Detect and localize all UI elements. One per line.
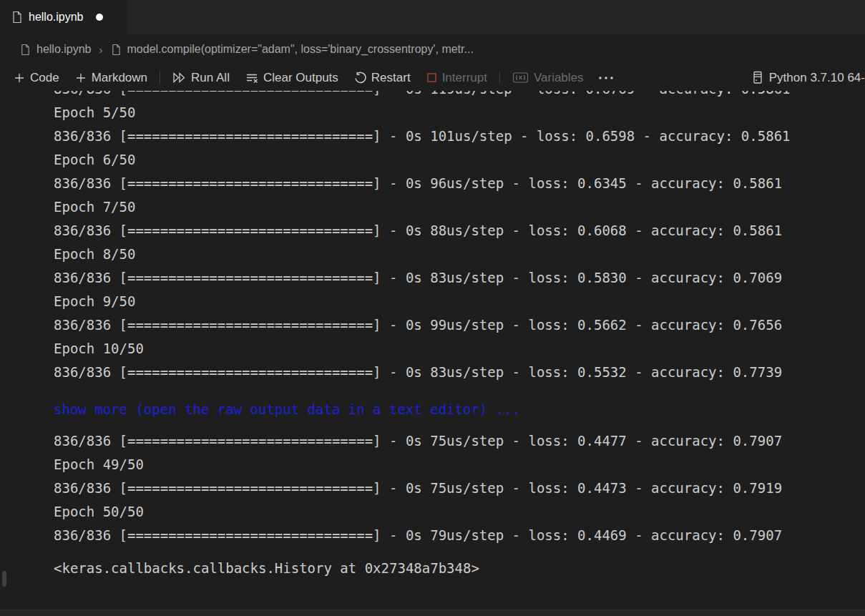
output-line: Epoch 50/50: [54, 500, 865, 524]
restart-label: Restart: [371, 71, 411, 85]
breadcrumb: hello.ipynb › model.compile(optimizer="a…: [0, 34, 865, 64]
more-actions-button[interactable]: [592, 68, 620, 88]
tab-title: hello.ipynb: [29, 11, 84, 24]
run-all-icon: [172, 72, 186, 84]
output-line: Epoch 9/50: [54, 290, 865, 313]
plus-icon: [75, 72, 87, 84]
variables-button: Variables: [504, 68, 592, 88]
clear-outputs-button[interactable]: Clear Outputs: [238, 68, 346, 88]
run-all-button[interactable]: Run All: [165, 68, 238, 88]
interrupt-button: Interrupt: [419, 68, 495, 88]
add-code-label: Code: [30, 71, 59, 85]
clear-outputs-icon: [245, 72, 258, 84]
ellipsis-icon: [598, 76, 614, 80]
restart-icon: [354, 72, 366, 84]
output-line: Epoch 49/50: [54, 453, 865, 476]
interrupt-square-icon: [426, 72, 437, 83]
run-all-label: Run All: [191, 71, 230, 85]
variables-icon: [512, 72, 529, 84]
add-code-button[interactable]: Code: [6, 68, 67, 88]
tab-hello-ipynb[interactable]: hello.ipynb: [0, 0, 127, 34]
output-line: 836/836 [==============================]…: [54, 91, 865, 101]
kernel-picker[interactable]: Python 3.7.10 64-: [752, 71, 865, 85]
tab-bar: hello.ipynb: [0, 0, 865, 34]
output-line: Epoch 7/50: [54, 195, 865, 219]
clear-outputs-label: Clear Outputs: [263, 71, 338, 85]
interrupt-label: Interrupt: [442, 71, 487, 85]
plus-icon: [14, 72, 25, 84]
unsaved-dot-icon[interactable]: [96, 14, 103, 21]
output-line: Epoch 6/50: [54, 148, 865, 172]
chevron-right-icon: ›: [98, 44, 104, 56]
kernel-label: Python 3.7.10 64-: [769, 71, 865, 85]
output-line: Epoch 8/50: [54, 243, 865, 266]
file-icon: [20, 44, 30, 56]
notebook-bottom-band: [0, 610, 865, 616]
output-line: 836/836 [==============================]…: [54, 476, 865, 500]
output-line: 836/836 [==============================]…: [54, 172, 865, 195]
toolbar-separator: [160, 72, 160, 84]
breadcrumb-file[interactable]: hello.ipynb: [36, 43, 92, 56]
output-line: 836/836 [==============================]…: [54, 124, 865, 148]
output-line: 836/836 [==============================]…: [54, 266, 865, 290]
restart-button[interactable]: Restart: [346, 68, 419, 88]
output-line: 836/836 [==============================]…: [54, 429, 865, 453]
output-line: Epoch 5/50: [54, 101, 865, 124]
cell-output: 836/836 [==============================]…: [54, 91, 865, 610]
output-line: Epoch 10/50: [54, 337, 865, 361]
output-line: <keras.callbacks.callbacks.History at 0x…: [54, 557, 865, 580]
breadcrumb-cell[interactable]: model.compile(optimizer="adam", loss='bi…: [127, 43, 474, 56]
output-line: 836/836 [==============================]…: [54, 361, 865, 384]
add-markdown-button[interactable]: Markdown: [67, 68, 155, 88]
add-markdown-label: Markdown: [92, 71, 147, 85]
kernel-icon: [752, 71, 763, 84]
output-line: 836/836 [==============================]…: [54, 524, 865, 547]
cell-focus-handle[interactable]: [2, 571, 6, 587]
output-line: 836/836 [==============================]…: [54, 219, 865, 243]
file-icon: [111, 44, 121, 56]
notebook-toolbar: Code Markdown Run All Clear Outputs: [0, 64, 865, 91]
variables-label: Variables: [534, 71, 584, 85]
file-icon: [11, 11, 22, 24]
toolbar-separator: [499, 72, 500, 84]
show-more-link[interactable]: show more (open the raw output data in a…: [54, 398, 865, 421]
output-line: 836/836 [==============================]…: [54, 313, 865, 337]
